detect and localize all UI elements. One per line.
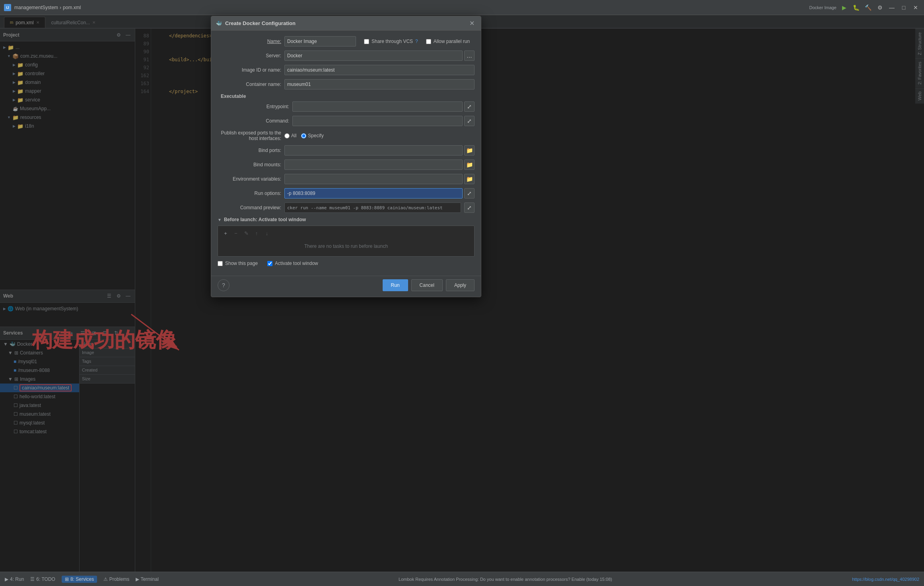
breadcrumb: managementSystem › pom.xml	[14, 5, 81, 10]
app-icon: IJ	[4, 4, 11, 11]
share-vcs-label: Share through VCS	[372, 39, 413, 44]
command-expand-btn[interactable]: ⤢	[464, 116, 475, 126]
create-docker-dialog: 🐳 Create Docker Configuration ✕ Name: Sh…	[211, 16, 481, 297]
cmd-preview-expand-btn[interactable]: ⤢	[464, 202, 475, 213]
bind-mounts-input[interactable]	[284, 160, 463, 170]
form-row-show-page: Show this page Activate tool window	[218, 261, 475, 266]
dialog-docker-icon: 🐳	[216, 21, 222, 26]
problems-label: ⚠ Problems	[103, 576, 129, 582]
bind-ports-input-group: 📁	[284, 145, 475, 156]
form-row-publish-ports: Publish exposed ports to the host interf…	[218, 130, 475, 141]
dialog-body: Name: Share through VCS ? Allow parallel…	[211, 31, 481, 276]
name-input[interactable]	[284, 36, 356, 47]
todo-label: 6: TODO	[36, 576, 55, 582]
specify-label: Specify	[308, 133, 323, 138]
form-row-name: Name: Share through VCS ? Allow parallel…	[218, 36, 475, 47]
env-vars-input[interactable]	[284, 174, 463, 184]
help-button[interactable]: ?	[218, 279, 230, 291]
dialog-title: Create Docker Configuration	[225, 20, 464, 26]
entrypoint-expand-btn[interactable]: ⤢	[464, 101, 475, 112]
form-row-entrypoint: Entrypoint: ⤢	[218, 101, 475, 112]
terminal-status-item[interactable]: ▶ Terminal	[136, 576, 158, 582]
bl-up-btn[interactable]: ↑	[252, 229, 261, 237]
build-button[interactable]: 🔨	[864, 3, 872, 12]
bl-remove-btn[interactable]: −	[231, 229, 240, 237]
before-launch-toolbar: + − ✎ ↑ ↓	[221, 229, 471, 237]
command-input[interactable]	[292, 116, 463, 126]
publish-ports-radio-group: All Specify	[284, 133, 324, 138]
all-radio-label[interactable]: All	[284, 133, 296, 138]
maximize-button[interactable]: □	[899, 3, 908, 12]
section-collapse-triangle[interactable]: ▼	[218, 218, 222, 222]
run-options-expand-btn[interactable]: ⤢	[464, 188, 475, 199]
bind-mounts-browse-btn[interactable]: 📁	[464, 160, 475, 170]
cmd-preview-text: cker run --name museum01 -p 8083:8089 ca…	[287, 205, 443, 210]
todo-status-item[interactable]: ☰ 6: TODO	[30, 576, 55, 582]
executable-section: Executable	[221, 93, 475, 99]
activate-checkbox[interactable]	[267, 261, 272, 266]
no-tasks-label: There are no tasks to run before launch	[221, 239, 471, 253]
all-label: All	[291, 133, 296, 138]
allow-parallel-row[interactable]: Allow parallel run	[426, 39, 470, 44]
before-launch-section-header: ▼ Before launch: Activate tool window	[218, 217, 475, 222]
share-vcs-checkbox[interactable]	[364, 39, 369, 44]
server-more-btn[interactable]: …	[464, 51, 475, 61]
entrypoint-input[interactable]	[292, 101, 463, 112]
bl-add-btn[interactable]: +	[221, 229, 230, 237]
form-row-cmd-preview: Command preview: cker run --name museum0…	[218, 202, 475, 213]
breadcrumb-file: pom.xml	[63, 5, 81, 10]
run-options-input[interactable]	[284, 188, 463, 199]
bind-mounts-input-group: 📁	[284, 160, 475, 170]
activate-row[interactable]: Activate tool window	[267, 261, 318, 266]
dialog-close-button[interactable]: ✕	[467, 19, 476, 28]
container-name-label: Container name:	[218, 82, 281, 87]
services-icon: ⊞	[65, 576, 69, 582]
before-launch-label: Before launch: Activate tool window	[224, 217, 306, 222]
server-select[interactable]: Docker	[284, 51, 463, 61]
image-input[interactable]	[284, 65, 475, 75]
bind-ports-browse-btn[interactable]: 📁	[464, 145, 475, 156]
run-options-label: Run options:	[218, 191, 281, 196]
specify-radio-label[interactable]: Specify	[301, 133, 323, 138]
container-name-input[interactable]	[284, 79, 475, 90]
breadcrumb-project: managementSystem	[14, 5, 58, 10]
all-radio[interactable]	[284, 133, 290, 138]
show-page-row[interactable]: Show this page	[218, 261, 258, 266]
apply-button[interactable]: Apply	[446, 279, 475, 291]
blog-link[interactable]: https://blog.csdn.net/qq_40298902	[852, 577, 919, 582]
dialog-footer: ? Run Cancel Apply	[211, 276, 481, 297]
run-play-icon: ▶	[5, 576, 8, 582]
server-label: Server:	[218, 53, 281, 58]
bind-mounts-label: Bind mounts:	[218, 162, 281, 167]
run-button[interactable]: ▶	[840, 3, 848, 12]
problems-status-item[interactable]: ⚠ Problems	[103, 576, 129, 582]
minimize-button[interactable]: —	[887, 3, 896, 12]
executable-label: Executable	[221, 93, 246, 99]
debug-button[interactable]: 🐛	[852, 3, 860, 12]
share-vcs-help-icon[interactable]: ?	[415, 39, 418, 44]
services-status-item[interactable]: ⊞ 8: Services	[62, 576, 97, 583]
publish-ports-label: Publish exposed ports to the host interf…	[218, 130, 281, 141]
env-vars-input-group: 📁	[284, 174, 475, 184]
cmd-preview-label: Command preview:	[218, 205, 281, 210]
server-input-group: Docker …	[284, 51, 475, 61]
form-row-run-options: Run options: ⤢	[218, 188, 475, 199]
env-vars-browse-btn[interactable]: 📁	[464, 174, 475, 184]
allow-parallel-checkbox[interactable]	[426, 39, 431, 44]
form-row-server: Server: Docker …	[218, 51, 475, 61]
settings-button[interactable]: ⚙	[875, 3, 884, 12]
share-vcs-row[interactable]: Share through VCS ?	[364, 39, 418, 44]
command-label: Command:	[226, 118, 289, 124]
status-bar: ▶ 4: Run ☰ 6: TODO ⊞ 8: Services ⚠ Probl…	[0, 572, 924, 586]
cancel-button[interactable]: Cancel	[411, 279, 443, 291]
cmd-preview-value: cker run --name museum01 -p 8083:8089 ca…	[284, 202, 461, 213]
run-button[interactable]: Run	[383, 279, 408, 291]
run-status-item[interactable]: ▶ 4: Run	[5, 576, 24, 582]
bind-ports-input[interactable]	[284, 145, 463, 156]
close-button[interactable]: ✕	[911, 3, 920, 12]
bl-edit-btn[interactable]: ✎	[242, 229, 251, 237]
show-page-checkbox[interactable]	[218, 261, 223, 266]
specify-radio[interactable]	[301, 133, 306, 138]
bl-down-btn[interactable]: ↓	[263, 229, 271, 237]
form-row-command: Command: ⤢	[218, 116, 475, 126]
